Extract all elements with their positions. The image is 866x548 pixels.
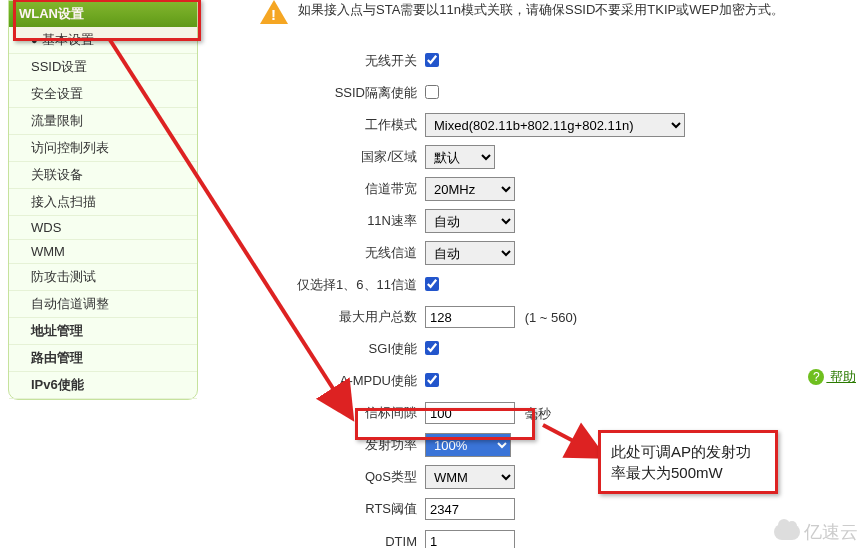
notice: ! 如果接入点与STA需要以11n模式关联，请确保SSID不要采用TKIP或WE…: [260, 0, 860, 28]
sidebar-item-scan[interactable]: 接入点扫描: [9, 189, 197, 216]
hint-beacon: 毫秒: [525, 406, 551, 421]
select-workmode[interactable]: Mixed(802.11b+802.11g+802.11n): [425, 113, 685, 137]
sidebar-item-addr[interactable]: 地址管理: [9, 318, 197, 345]
sidebar-item-label: 流量限制: [31, 113, 83, 128]
checkbox-sgi[interactable]: [425, 341, 439, 355]
checkbox-ssid-iso[interactable]: [425, 85, 439, 99]
sidebar-item-route[interactable]: 路由管理: [9, 345, 197, 372]
select-txpower[interactable]: 100%: [425, 433, 511, 457]
label-channel: 无线信道: [260, 244, 425, 262]
sidebar-list: 基本设置 SSID设置 安全设置 流量限制 访问控制列表 关联设备 接入点扫描 …: [9, 27, 197, 399]
sidebar-header[interactable]: WLAN设置: [9, 1, 197, 27]
sidebar: WLAN设置 基本设置 SSID设置 安全设置 流量限制 访问控制列表 关联设备…: [8, 0, 198, 400]
annotation-callout: 此处可调AP的发射功率最大为500mW: [598, 430, 778, 494]
sidebar-item-basic[interactable]: 基本设置: [9, 27, 197, 54]
label-only1611: 仅选择1、6、11信道: [260, 276, 425, 294]
label-dtim: DTIM: [260, 534, 425, 549]
label-country: 国家/区域: [260, 148, 425, 166]
checkbox-wireless[interactable]: [425, 53, 439, 67]
sidebar-item-label: 关联设备: [31, 167, 83, 182]
label-qos: QoS类型: [260, 468, 425, 486]
watermark-text: 亿速云: [804, 520, 858, 544]
sidebar-item-ipv6[interactable]: IPv6使能: [9, 372, 197, 399]
sidebar-item-label: WMM: [31, 244, 65, 259]
sidebar-item-label: 访问控制列表: [31, 140, 109, 155]
sidebar-item-traffic[interactable]: 流量限制: [9, 108, 197, 135]
sidebar-item-label: 接入点扫描: [31, 194, 96, 209]
select-11nrate[interactable]: 自动: [425, 209, 515, 233]
sidebar-item-attack[interactable]: 防攻击测试: [9, 264, 197, 291]
input-dtim[interactable]: [425, 530, 515, 548]
label-11nrate: 11N速率: [260, 212, 425, 230]
label-bandwidth: 信道带宽: [260, 180, 425, 198]
warning-icon: !: [260, 0, 288, 28]
label-ampdu: A-MPDU使能: [260, 372, 425, 390]
label-sgi: SGI使能: [260, 340, 425, 358]
sidebar-item-acl[interactable]: 访问控制列表: [9, 135, 197, 162]
label-wireless: 无线开关: [260, 52, 425, 70]
label-rts: RTS阈值: [260, 500, 425, 518]
label-workmode: 工作模式: [260, 116, 425, 134]
sidebar-item-security[interactable]: 安全设置: [9, 81, 197, 108]
cloud-icon: [774, 524, 800, 540]
label-ssid-iso: SSID隔离使能: [260, 84, 425, 102]
sidebar-item-wmm[interactable]: WMM: [9, 240, 197, 264]
input-maxusers[interactable]: [425, 306, 515, 328]
select-qos[interactable]: WMM: [425, 465, 515, 489]
select-bandwidth[interactable]: 20MHz: [425, 177, 515, 201]
checkbox-only1611[interactable]: [425, 277, 439, 291]
sidebar-item-label: SSID设置: [31, 59, 87, 74]
sidebar-item-ssid[interactable]: SSID设置: [9, 54, 197, 81]
label-beacon: 信标间隙: [260, 404, 425, 422]
input-beacon[interactable]: [425, 402, 515, 424]
hint-maxusers: (1 ~ 560): [525, 310, 577, 325]
select-country[interactable]: 默认: [425, 145, 495, 169]
sidebar-item-label: 基本设置: [42, 32, 94, 47]
sidebar-item-label: 自动信道调整: [31, 296, 109, 311]
label-txpower: 发射功率: [260, 436, 425, 454]
sidebar-item-label: 防攻击测试: [31, 269, 96, 284]
notice-text: 如果接入点与STA需要以11n模式关联，请确保SSID不要采用TKIP或WEP加…: [298, 0, 784, 20]
sidebar-item-label: 地址管理: [31, 323, 83, 338]
checkbox-ampdu[interactable]: [425, 373, 439, 387]
sidebar-item-assoc[interactable]: 关联设备: [9, 162, 197, 189]
sidebar-item-label: 路由管理: [31, 350, 83, 365]
sidebar-item-autochan[interactable]: 自动信道调整: [9, 291, 197, 318]
sidebar-item-label: WDS: [31, 220, 61, 235]
select-channel[interactable]: 自动: [425, 241, 515, 265]
input-rts[interactable]: [425, 498, 515, 520]
sidebar-item-wds[interactable]: WDS: [9, 216, 197, 240]
sidebar-item-label: IPv6使能: [31, 377, 84, 392]
sidebar-item-label: 安全设置: [31, 86, 83, 101]
watermark: 亿速云: [774, 520, 858, 544]
label-maxusers: 最大用户总数: [260, 308, 425, 326]
